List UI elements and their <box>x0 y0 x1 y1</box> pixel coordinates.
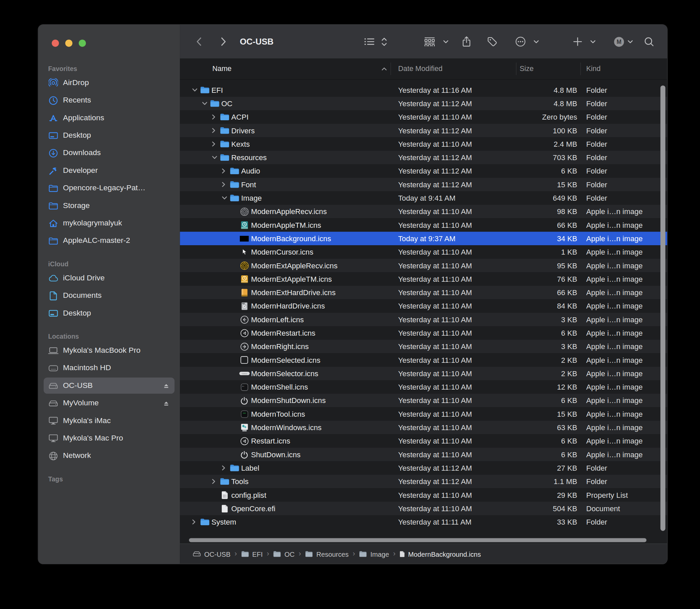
disclosure-collapsed-icon[interactable] <box>212 114 216 120</box>
sort-toggle-icon[interactable] <box>381 25 387 58</box>
eject-button[interactable] <box>162 382 170 389</box>
zoom-button[interactable] <box>79 39 86 47</box>
disclosure-expanded-icon[interactable] <box>212 156 217 159</box>
sidebar-item-storage[interactable]: Storage <box>43 198 175 214</box>
disclosure-collapsed-icon[interactable] <box>222 168 225 174</box>
path-item-label: OC <box>284 550 294 558</box>
sidebar-item-recents[interactable]: Recents <box>43 92 175 108</box>
table-row[interactable]: ACPIYesterday at 11:10 AMZero bytesFolde… <box>180 110 667 124</box>
table-row[interactable]: ContinueModernSelector.icnsYesterday at … <box>180 367 667 380</box>
table-row[interactable]: ModernCursor.icnsYesterday at 11:10 AM1 … <box>180 245 667 259</box>
sidebar-item-oc-usb[interactable]: OC-USB <box>43 378 175 394</box>
table-row[interactable]: ModernWindows.icnsYesterday at 11:10 AM6… <box>180 421 667 434</box>
path-item-oc[interactable]: OC <box>273 550 295 558</box>
table-row[interactable]: ModernAppleRecv.icnsYesterday at 11:10 A… <box>180 205 667 218</box>
eject-button[interactable] <box>162 399 170 407</box>
table-row[interactable]: ModernAppleTM.icnsYesterday at 11:10 AM6… <box>180 218 667 231</box>
disclosure-expanded-icon[interactable] <box>192 88 198 92</box>
sidebar-item-icloud-drive[interactable]: iCloud Drive <box>43 270 175 286</box>
table-row[interactable]: ModernRight.icnsYesterday at 11:10 AM3 K… <box>180 340 667 353</box>
add-button[interactable] <box>573 25 582 58</box>
share-icon[interactable] <box>462 25 471 58</box>
tag-icon[interactable] <box>487 25 497 58</box>
disclosure-expanded-icon[interactable] <box>202 102 207 105</box>
forward-button[interactable] <box>221 25 226 58</box>
sidebar-item-desktop[interactable]: Desktop <box>43 127 175 143</box>
sidebar-item-applealc-master-2[interactable]: AppleALC-master-2 <box>43 232 175 248</box>
table-row[interactable]: OCYesterday at 11:12 AM4.8 MBFolder <box>180 97 667 110</box>
table-row[interactable]: AudioYesterday at 11:12 AM6 KBFolder <box>180 164 667 177</box>
group-view-icon[interactable] <box>424 25 435 58</box>
sidebar-item-mykola-s-macbook-pro[interactable]: Mykola's MacBook Pro <box>43 342 175 359</box>
disclosure-collapsed-icon[interactable] <box>222 465 225 471</box>
sidebar-item-myvolume[interactable]: MyVolume <box>43 395 175 411</box>
table-row[interactable]: SystemYesterday at 11:11 AM33 KBFolder <box>180 515 667 528</box>
sidebar-item-documents[interactable]: Documents <box>43 288 175 303</box>
table-row[interactable]: ModernSelected.icnsYesterday at 11:10 AM… <box>180 353 667 366</box>
column-header-name[interactable]: Name <box>212 58 231 80</box>
table-row[interactable]: EXECModernTool.icnsYesterday at 11:10 AM… <box>180 407 667 421</box>
disclosure-expanded-icon[interactable] <box>222 196 227 200</box>
column-divider[interactable] <box>580 63 581 75</box>
path-item-image[interactable]: Image <box>359 550 389 558</box>
table-row[interactable]: OpenCore.efiYesterday at 11:10 AM504 KBD… <box>180 502 667 515</box>
more-actions-button[interactable] <box>515 25 526 58</box>
sidebar-item-airdrop[interactable]: AirDrop <box>43 75 175 91</box>
file-date: Yesterday at 11:12 AM <box>398 97 472 110</box>
disclosure-collapsed-icon[interactable] <box>222 182 225 187</box>
sidebar-item-network[interactable]: Network <box>43 448 175 464</box>
path-item-efi[interactable]: EFI <box>241 550 263 558</box>
table-row[interactable]: ShutDown.icnsYesterday at 11:10 AM6 KBAp… <box>180 448 667 461</box>
table-row[interactable]: KextsYesterday at 11:10 AM2.4 MBFolder <box>180 137 667 151</box>
column-header-size[interactable]: Size <box>520 58 533 80</box>
path-item-resources[interactable]: Resources <box>305 550 349 558</box>
table-row[interactable]: ModernBackground.icnsToday at 9:37 AM34 … <box>180 232 667 245</box>
table-row[interactable]: ModernShutDown.icnsYesterday at 11:10 AM… <box>180 394 667 407</box>
table-row[interactable]: ModernLeft.icnsYesterday at 11:10 AM3 KB… <box>180 313 667 326</box>
sidebar-item-applications[interactable]: Applications <box>43 110 175 126</box>
table-row[interactable]: FontYesterday at 11:12 AM15 KBFolder <box>180 178 667 191</box>
horizontal-scrollbar[interactable] <box>189 538 646 542</box>
back-button[interactable] <box>196 25 202 58</box>
sidebar-item-opencore-legacy-pat[interactable]: Opencore-Legacy-Pat… <box>43 180 175 196</box>
vertical-scrollbar[interactable] <box>661 85 665 531</box>
sidebar-item-mykola-s-mac-pro[interactable]: Mykola's Mac Pro <box>43 430 175 446</box>
table-row[interactable]: ModernHardDrive.icnsYesterday at 11:10 A… <box>180 299 667 313</box>
table-row[interactable]: ModernExtAppleTM.icnsYesterday at 11:10 … <box>180 272 667 286</box>
table-row[interactable]: ModernRestart.icnsYesterday at 11:10 AM6… <box>180 326 667 340</box>
search-icon[interactable] <box>644 25 654 58</box>
disclosure-collapsed-icon[interactable] <box>192 519 196 525</box>
column-divider[interactable] <box>516 63 517 75</box>
sidebar-item-developer[interactable]: Developer <box>43 162 175 178</box>
sidebar-item-mykolagrymalyuk[interactable]: mykolagrymalyuk <box>43 215 175 231</box>
table-row[interactable]: DriversYesterday at 11:12 AM100 KBFolder <box>180 124 667 137</box>
sidebar-item-mykola-s-imac[interactable]: Mykola's iMac <box>43 413 175 429</box>
file-kind: Apple i…n image <box>586 394 643 407</box>
file-size: 6 KB <box>510 448 577 461</box>
column-header-date[interactable]: Date Modified <box>398 58 443 80</box>
disclosure-collapsed-icon[interactable] <box>212 128 216 133</box>
sidebar-item-downloads[interactable]: Downloads <box>43 145 175 161</box>
sidebar-item-desktop[interactable]: Desktop <box>43 305 175 321</box>
sidebar-item-macintosh-hd[interactable]: Macintosh HD <box>43 360 175 376</box>
account-badge[interactable]: M <box>614 25 624 58</box>
column-header-kind[interactable]: Kind <box>586 58 600 80</box>
disclosure-collapsed-icon[interactable] <box>212 479 216 484</box>
minimize-button[interactable] <box>65 39 72 47</box>
table-row[interactable]: ToolsYesterday at 11:12 AM1.1 MBFolder <box>180 475 667 488</box>
table-row[interactable]: >-ModernShell.icnsYesterday at 11:10 AM1… <box>180 380 667 394</box>
table-row[interactable]: ResourcesYesterday at 11:12 AM703 KBFold… <box>180 151 667 164</box>
column-divider[interactable] <box>390 63 391 75</box>
list-view-icon[interactable] <box>364 25 374 58</box>
table-row[interactable]: config.plistYesterday at 11:10 AM29 KBPr… <box>180 488 667 502</box>
disclosure-collapsed-icon[interactable] <box>212 141 216 147</box>
close-button[interactable] <box>52 39 58 47</box>
path-item-modernbackground-icns[interactable]: ModernBackground.icns <box>400 550 481 558</box>
table-row[interactable]: ModernExtHardDrive.icnsYesterday at 11:1… <box>180 286 667 299</box>
table-row[interactable]: ImageToday at 9:41 AM649 KBFolder <box>180 191 667 205</box>
table-row[interactable]: Restart.icnsYesterday at 11:10 AM6 KBApp… <box>180 434 667 448</box>
table-row[interactable]: ModernExtAppleRecv.icnsYesterday at 11:1… <box>180 259 667 272</box>
table-row[interactable]: EFIYesterday at 11:16 AM4.8 MBFolder <box>180 83 667 97</box>
path-item-oc-usb[interactable]: OC-USB <box>193 550 230 558</box>
table-row[interactable]: LabelYesterday at 11:12 AM27 KBFolder <box>180 461 667 475</box>
